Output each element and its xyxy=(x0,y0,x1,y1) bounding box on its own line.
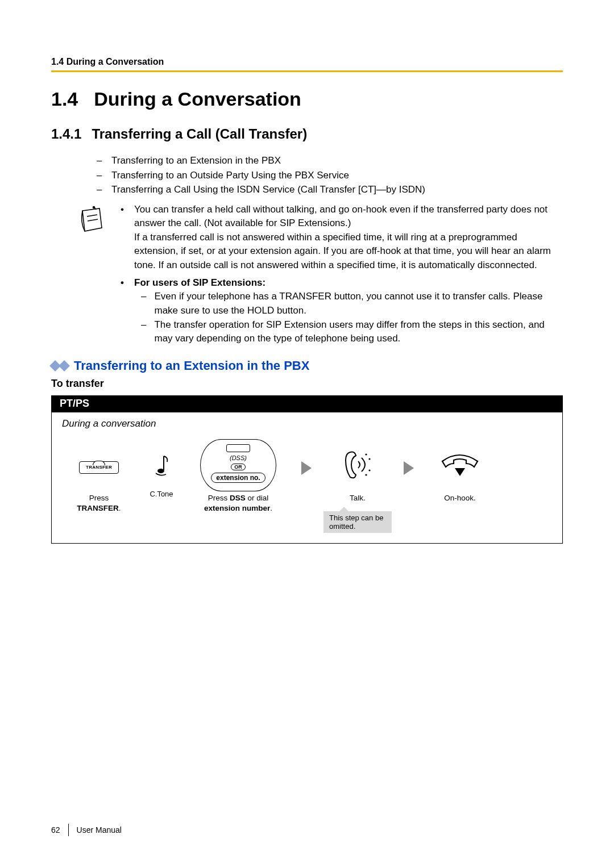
h1-title: During a Conversation xyxy=(94,88,301,110)
transfer-key-icon: TRANSFER xyxy=(79,461,119,474)
h1-number: 1.4 xyxy=(51,88,78,110)
music-note-icon xyxy=(152,443,171,487)
sip-heading: For users of SIP Extensions: xyxy=(134,276,265,290)
extension-no-pill: extension no. xyxy=(211,473,265,483)
list-text: Transferring to an Extension in the PBX xyxy=(111,153,281,168)
list-text: Transferring to an Outside Party Using t… xyxy=(111,168,349,183)
step-caption: On-hook. xyxy=(444,493,476,503)
h2-number: 1.4.1 xyxy=(51,126,81,142)
note-icon xyxy=(74,203,108,346)
svg-point-7 xyxy=(365,474,367,475)
blue-heading-text: Transferring to an Extension in the PBX xyxy=(74,358,309,373)
step-caption: Press DSS or dial extension number. xyxy=(204,493,272,514)
page-footer: 62 User Manual xyxy=(51,824,122,836)
sip-sub-text: Even if your telephone has a TRANSFER bu… xyxy=(154,290,563,318)
choice-balloon-icon: (DSS) OR extension no. xyxy=(200,439,276,491)
diagram-inner: During a conversation TRANSFER Press xyxy=(52,412,562,543)
h2-title: Transferring a Call (Call Transfer) xyxy=(92,126,307,142)
sip-sub-item: –The transfer operation for SIP Extensio… xyxy=(141,318,563,346)
list-item: –Transferring a Call Using the ISDN Serv… xyxy=(97,182,563,197)
step-row: TRANSFER Press TRANSFER. xyxy=(62,443,552,533)
svg-point-5 xyxy=(368,458,370,460)
diamond-icon xyxy=(51,362,68,370)
svg-point-3 xyxy=(157,469,164,473)
note-block: • You can transfer a held call without t… xyxy=(74,203,563,346)
pt-tag: PT/PS xyxy=(52,395,97,412)
footer-divider xyxy=(68,824,69,836)
note-text: You can transfer a held call without tal… xyxy=(134,203,563,273)
sip-heading-row: • For users of SIP Extensions: xyxy=(118,276,563,290)
dss-key-icon xyxy=(226,444,250,452)
step-transfer: TRANSFER Press TRANSFER. xyxy=(62,443,136,514)
dss-label: (DSS) xyxy=(230,454,247,461)
page-root: 1.4 During a Conversation 1.4 During a C… xyxy=(0,0,614,868)
note-para1: You can transfer a held call without tal… xyxy=(134,204,547,229)
step-caption: Talk. xyxy=(350,493,366,503)
step-talk: Talk. This step can be omitted. xyxy=(323,443,392,533)
during-conversation-label: During a conversation xyxy=(62,418,552,429)
note-para2: If a transferred call is not answered wi… xyxy=(134,232,551,270)
step-onhook: On-hook. xyxy=(426,443,494,503)
svg-point-4 xyxy=(365,453,367,455)
omit-callout: This step can be omitted. xyxy=(323,511,392,533)
arrow-icon xyxy=(295,443,318,487)
arrow-icon xyxy=(397,443,420,487)
pt-bar: PT/PS xyxy=(52,395,562,412)
sip-sub-item: –Even if your telephone has a TRANSFER b… xyxy=(141,290,563,318)
footer-doc-title: User Manual xyxy=(77,825,122,834)
sip-sub-text: The transfer operation for SIP Extension… xyxy=(154,318,563,346)
blue-heading: Transferring to an Extension in the PBX xyxy=(51,358,563,373)
ctone-label: C.Tone xyxy=(150,490,173,498)
step-dss: (DSS) OR extension no. Press DSS or dial… xyxy=(187,443,289,514)
to-transfer-label: To transfer xyxy=(51,378,563,390)
list-item: –Transferring to an Extension in the PBX xyxy=(97,153,563,168)
ctone-step: C.Tone xyxy=(142,443,181,498)
onhook-icon xyxy=(438,443,482,487)
step-caption: Press TRANSFER. xyxy=(77,493,121,514)
bullet-item: • You can transfer a held call without t… xyxy=(118,203,563,273)
top-dash-list: –Transferring to an Extension in the PBX… xyxy=(97,153,563,197)
transfer-key-label: TRANSFER xyxy=(86,465,112,470)
heading-1: 1.4 During a Conversation xyxy=(51,88,563,110)
handset-talk-icon xyxy=(338,443,377,487)
page-number: 62 xyxy=(51,825,60,834)
or-pill: OR xyxy=(231,464,246,470)
diagram-box: PT/PS During a conversation TRANSFER xyxy=(51,395,563,544)
heading-2: 1.4.1 Transferring a Call (Call Transfer… xyxy=(51,126,563,142)
list-item: –Transferring to an Outside Party Using … xyxy=(97,168,563,183)
note-bullets: • You can transfer a held call without t… xyxy=(118,203,563,346)
accent-rule xyxy=(51,70,563,72)
running-head: 1.4 During a Conversation xyxy=(51,57,563,67)
svg-point-6 xyxy=(368,469,370,471)
list-text: Transferring a Call Using the ISDN Servi… xyxy=(111,182,425,197)
